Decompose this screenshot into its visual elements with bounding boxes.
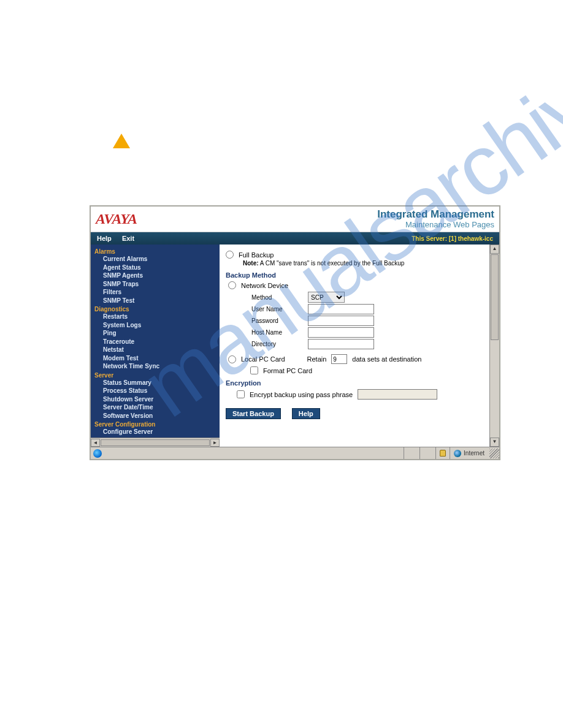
retain-label: Retain bbox=[307, 355, 327, 363]
menubar: Help Exit This Server: [1] thehawk-icc bbox=[91, 232, 499, 245]
scroll-down-icon[interactable]: ▼ bbox=[490, 438, 499, 447]
sidebar-item-agent-status[interactable]: Agent Status bbox=[94, 264, 220, 272]
main-panel: Full Backup Note: A CM "save trans" is n… bbox=[220, 245, 499, 447]
sidebar-item-shutdown-server[interactable]: Shutdown Server bbox=[94, 395, 220, 404]
status-pane-2 bbox=[419, 447, 435, 459]
password-label: Password bbox=[251, 316, 307, 326]
sidebar-item-snmp-test[interactable]: SNMP Test bbox=[94, 297, 220, 305]
main-vscrollbar[interactable]: ▲ ▼ bbox=[489, 245, 499, 447]
password-input[interactable] bbox=[308, 316, 374, 326]
local-pc-card-label: Local PC Card bbox=[241, 355, 285, 363]
sidebar-group-server[interactable]: Server bbox=[94, 372, 220, 379]
format-pc-card-label: Format PC Card bbox=[263, 367, 312, 374]
header-title: Integrated Management Maintenance Web Pa… bbox=[377, 209, 494, 229]
scroll-right-icon[interactable]: ► bbox=[210, 439, 220, 447]
status-pane-lock bbox=[435, 447, 450, 459]
caution-triangle-icon bbox=[113, 134, 130, 148]
content: Alarms Current Alarms Agent Status SNMP … bbox=[91, 245, 499, 447]
sidebar-item-snmp-agents[interactable]: SNMP Agents bbox=[94, 271, 220, 280]
format-pc-card-checkbox[interactable] bbox=[250, 366, 258, 374]
directory-input[interactable] bbox=[308, 339, 374, 349]
zone-label: Internet bbox=[464, 450, 484, 457]
sidebar-group-diagnostics[interactable]: Diagnostics bbox=[94, 306, 220, 313]
lock-icon bbox=[440, 450, 446, 457]
header-bar: AVAYA Integrated Management Maintenance … bbox=[91, 207, 499, 232]
header-title-main: Integrated Management bbox=[377, 209, 494, 221]
scroll-up-icon[interactable]: ▲ bbox=[490, 245, 499, 254]
sidebar-item-status-summary[interactable]: Status Summary bbox=[94, 379, 220, 387]
statusbar: Internet bbox=[91, 447, 499, 459]
header-title-sub: Maintenance Web Pages bbox=[377, 221, 494, 229]
retain-input[interactable] bbox=[331, 354, 347, 364]
globe-icon bbox=[454, 450, 461, 457]
menu-exit[interactable]: Exit bbox=[122, 235, 134, 242]
ie-icon bbox=[93, 449, 102, 458]
help-button[interactable]: Help bbox=[292, 408, 320, 419]
status-pane-1 bbox=[404, 447, 419, 459]
full-backup-radio[interactable] bbox=[226, 251, 234, 259]
server-info: This Server: [1] thehawk-icc bbox=[412, 235, 493, 242]
sidebar-item-process-status[interactable]: Process Status bbox=[94, 387, 220, 395]
start-backup-button[interactable]: Start Backup bbox=[226, 408, 281, 419]
sidebar-item-modem-test[interactable]: Modem Test bbox=[94, 354, 220, 363]
sidebar-item-configure-server[interactable]: Configure Server bbox=[94, 428, 220, 436]
local-pc-card-radio[interactable] bbox=[228, 355, 236, 363]
vscroll-thumb[interactable] bbox=[491, 254, 499, 340]
sidebar-item-ping[interactable]: Ping bbox=[94, 329, 220, 338]
status-zone-pane: Internet bbox=[450, 447, 488, 459]
scroll-left-icon[interactable]: ◄ bbox=[91, 439, 100, 447]
resize-grip-icon[interactable] bbox=[489, 449, 499, 458]
sidebar-item-system-logs[interactable]: System Logs bbox=[94, 321, 220, 330]
directory-label: Directory bbox=[251, 339, 307, 349]
avaya-logo: AVAYA bbox=[96, 211, 137, 227]
sidebar-item-filters[interactable]: Filters bbox=[94, 288, 220, 297]
sidebar: Alarms Current Alarms Agent Status SNMP … bbox=[91, 245, 220, 447]
hostname-label: Host Name bbox=[251, 327, 307, 338]
sidebar-item-traceroute[interactable]: Traceroute bbox=[94, 338, 220, 346]
sidebar-item-current-alarms[interactable]: Current Alarms bbox=[94, 255, 220, 264]
method-label: Method bbox=[251, 292, 307, 303]
method-select[interactable]: SCP bbox=[308, 292, 345, 303]
encryption-heading: Encryption bbox=[226, 379, 493, 387]
passphrase-input[interactable] bbox=[358, 389, 437, 400]
network-device-form: Method SCP User Name Password Ho bbox=[250, 290, 375, 351]
full-backup-note: Note: A CM "save trans" is not executed … bbox=[243, 260, 493, 267]
full-backup-label: Full Backup bbox=[239, 251, 274, 259]
hostname-input[interactable] bbox=[308, 327, 374, 338]
encrypt-checkbox[interactable] bbox=[237, 390, 245, 398]
sidebar-item-restarts[interactable]: Restarts bbox=[94, 313, 220, 321]
sidebar-group-server-configuration[interactable]: Server Configuration bbox=[94, 421, 220, 428]
sidebar-hscrollbar[interactable]: ◄ ► bbox=[91, 438, 220, 447]
app-window: AVAYA Integrated Management Maintenance … bbox=[90, 205, 500, 460]
sidebar-item-server-date-time[interactable]: Server Date/Time bbox=[94, 403, 220, 412]
sidebar-item-netstat[interactable]: Netstat bbox=[94, 346, 220, 354]
encrypt-label: Encrypt backup using pass phrase bbox=[250, 391, 353, 398]
menu-help[interactable]: Help bbox=[97, 235, 112, 242]
scroll-thumb[interactable] bbox=[101, 439, 210, 446]
network-device-radio[interactable] bbox=[228, 281, 236, 289]
backup-method-heading: Backup Method bbox=[226, 271, 493, 279]
retain-suffix: data sets at destination bbox=[352, 355, 421, 363]
username-input[interactable] bbox=[308, 304, 374, 314]
sidebar-item-software-version[interactable]: Software Version bbox=[94, 412, 220, 420]
username-label: User Name bbox=[251, 304, 307, 314]
sidebar-group-alarms[interactable]: Alarms bbox=[94, 248, 220, 255]
sidebar-item-snmp-traps[interactable]: SNMP Traps bbox=[94, 280, 220, 289]
sidebar-item-network-time-sync[interactable]: Network Time Sync bbox=[94, 362, 220, 371]
network-device-label: Network Device bbox=[241, 282, 288, 289]
